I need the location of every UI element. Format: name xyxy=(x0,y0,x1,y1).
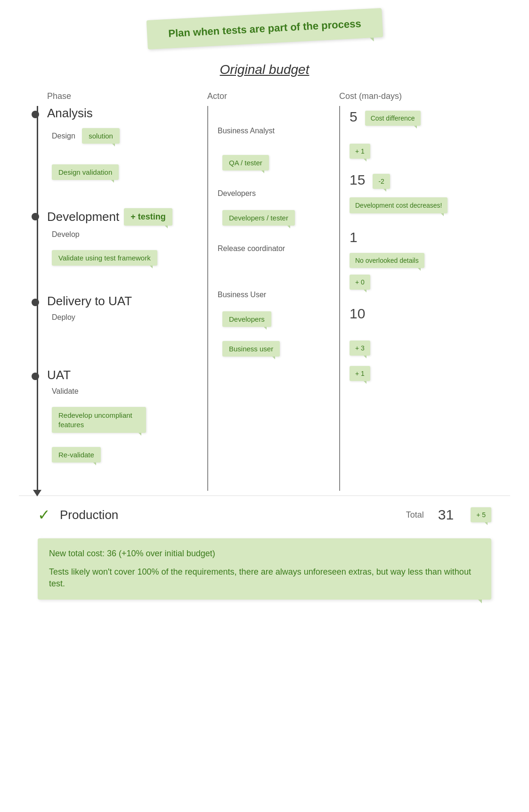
task-label-develop: Develop xyxy=(52,230,207,239)
actors-column: Business Analyst QA / tester Developers … xyxy=(207,106,339,491)
testing-badge: + testing xyxy=(124,208,172,226)
cost-development-number: 15 xyxy=(350,172,365,188)
phase-delivery-uat: Delivery to UAT Deploy xyxy=(47,294,207,354)
timeline-dot-uat xyxy=(32,373,39,380)
top-banner: Plan when tests are part of the process xyxy=(146,8,383,49)
task-label-validate: Validate xyxy=(52,387,207,396)
task-label-deploy: Deploy xyxy=(52,313,207,322)
actor-release-coordinator: Release coordinator xyxy=(218,244,339,253)
summary-line1: New total cost: 36 (+10% over initial bu… xyxy=(49,548,480,560)
total-number: 31 xyxy=(438,507,454,523)
page-title: Original budget xyxy=(19,62,510,77)
phases-column: Analysis Design solution Design validati… xyxy=(47,106,207,491)
phase-title-uat: UAT xyxy=(47,368,207,382)
cost-uat-group: 10 + 3 + 1 xyxy=(350,306,471,392)
actor-note-developers-uat: Developers xyxy=(222,311,271,327)
cost-delivery-group: 1 No overlooked details + 0 xyxy=(350,229,471,301)
actor-developers: Developers xyxy=(218,189,339,198)
note-solution: solution xyxy=(82,128,120,144)
timeline-dot-development xyxy=(32,213,39,220)
production-cost-note: + 5 xyxy=(471,507,491,522)
cost-note-difference: Cost difference xyxy=(365,111,421,126)
main-content: Analysis Design solution Design validati… xyxy=(47,106,510,491)
actor-development-group: Developers Developers / tester xyxy=(218,189,339,240)
total-label: Total xyxy=(406,510,424,520)
banner-note: Plan when tests are part of the process xyxy=(146,8,383,49)
page-container: Plan when tests are part of the process … xyxy=(0,0,529,628)
note-redevelop: Redevelop uncompliant features xyxy=(52,407,146,433)
task-label-design: Design solution xyxy=(52,125,207,148)
cost-analysis-number: 5 xyxy=(350,109,358,125)
timeline-arrow xyxy=(33,490,41,496)
phase-title-delivery: Delivery to UAT xyxy=(47,294,207,309)
summary-box: New total cost: 36 (+10% over initial bu… xyxy=(38,538,491,600)
actor-uat-group: Business User Developers Business user xyxy=(218,291,339,371)
cost-note-plus3: + 3 xyxy=(350,341,370,356)
timeline-dot-delivery xyxy=(32,299,39,306)
note-design-validation: Design validation xyxy=(52,164,119,180)
phase-title-analysis: Analysis xyxy=(47,106,207,121)
cost-development-group: 15 -2 Development cost decreases! xyxy=(350,172,471,225)
phase-uat: UAT Validate Redevelop uncompliant featu… xyxy=(47,368,207,477)
check-icon: ✓ xyxy=(38,506,50,524)
production-row: ✓ Production Total 31 + 5 xyxy=(19,495,510,534)
cost-delivery-number: 1 xyxy=(350,229,471,245)
cost-note-plus0: + 0 xyxy=(350,275,370,290)
actor-note-qa-tester: QA / tester xyxy=(222,155,269,171)
cost-uat-number: 10 xyxy=(350,306,471,322)
banner-text: Plan when tests are part of the process xyxy=(168,17,361,39)
col-header-actor: Actor xyxy=(207,91,339,101)
actor-analysis-group: Business Analyst QA / tester xyxy=(218,127,339,185)
production-label: Production xyxy=(60,508,397,522)
actor-note-devs-tester: Developers / tester xyxy=(222,210,295,226)
cost-note-minus2: -2 xyxy=(373,174,390,189)
phase-analysis: Analysis Design solution Design validati… xyxy=(47,106,207,194)
actor-delivery-group: Release coordinator xyxy=(218,244,339,286)
timeline-line xyxy=(37,106,38,491)
actor-note-business-user: Business user xyxy=(222,341,280,357)
actor-business-user: Business User xyxy=(218,291,339,299)
costs-column: 5 Cost difference + 1 15 -2 Development … xyxy=(339,106,471,491)
column-headers: Phase Actor Cost (man-days) xyxy=(19,91,510,101)
cost-note-no-overlooked: No overlooked details xyxy=(350,253,424,268)
cost-note-plus1: + 1 xyxy=(350,144,370,159)
note-validate-framework: Validate using test framework xyxy=(52,250,157,266)
col-header-phase: Phase xyxy=(47,91,207,101)
note-revalidate: Re-validate xyxy=(52,447,101,463)
phase-title-development: Development + testing xyxy=(47,208,207,226)
cost-note-plus1-uat: + 1 xyxy=(350,366,370,381)
timeline-dot-analysis xyxy=(32,111,39,118)
summary-line2: Tests likely won't cover 100% of the req… xyxy=(49,566,480,590)
phase-development: Development + testing Develop Validate u… xyxy=(47,208,207,280)
cost-note-dev-decrease: Development cost decreases! xyxy=(350,197,448,213)
actor-business-analyst: Business Analyst xyxy=(218,127,339,135)
col-header-cost: Cost (man-days) xyxy=(339,91,471,101)
cost-analysis-group: 5 Cost difference + 1 xyxy=(350,109,471,170)
